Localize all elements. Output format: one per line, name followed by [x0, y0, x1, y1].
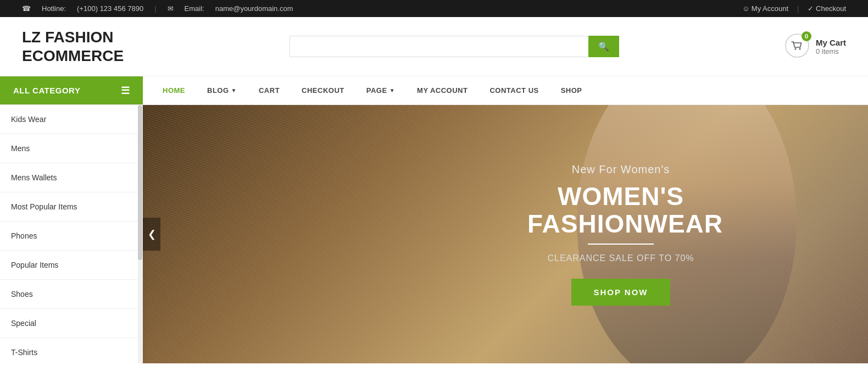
hero-title-underline — [588, 244, 654, 245]
category-tshirts[interactable]: T-Shirts — [0, 338, 142, 363]
divider: | — [154, 4, 156, 13]
divider2: | — [797, 4, 799, 13]
category-special[interactable]: Special — [0, 309, 142, 338]
hotline-number: (+100) 123 456 7890 — [77, 4, 143, 13]
nav-contact-us[interactable]: CONTACT US — [481, 76, 547, 104]
hero-sale-text: CLEARANCE SALE OFF TO 70% — [527, 253, 714, 263]
hotline-label: Hotline: — [42, 4, 66, 13]
svg-point-2 — [799, 48, 800, 49]
list-item: Mens Wallets — [0, 163, 142, 192]
email-label: Email: — [185, 4, 204, 13]
blog-caret: ▼ — [231, 87, 237, 93]
list-item: Popular Items — [0, 251, 142, 280]
nav-bar: ALL CATEGORY ☰ HOME BLOG ▼ CART CHECKOUT… — [0, 76, 868, 105]
cart-text: My Cart 0 items — [816, 38, 846, 56]
category-mens-wallets[interactable]: Mens Wallets — [0, 163, 142, 192]
check-icon: ✓ — [808, 4, 814, 13]
user-icon: ☺ — [742, 4, 749, 13]
search-button[interactable]: 🔍 — [588, 36, 619, 57]
nav-links: HOME BLOG ▼ CART CHECKOUT PAGE ▼ MY ACCO… — [143, 76, 868, 104]
cart-badge: 0 — [802, 31, 811, 41]
top-bar-left: ☎ Hotline: (+100) 123 456 7890 | ✉ Email… — [22, 4, 293, 13]
category-dropdown: Kids Wear Mens Mens Wallets Most Popular… — [0, 105, 143, 363]
nav-checkout[interactable]: CHECKOUT — [293, 76, 353, 104]
list-item: Most Popular Items — [0, 192, 142, 222]
svg-point-1 — [794, 48, 796, 49]
nav-blog[interactable]: BLOG ▼ — [198, 76, 246, 104]
email-link[interactable]: name@yourdomain.com — [215, 4, 293, 13]
nav-home[interactable]: HOME — [154, 76, 194, 104]
page-caret: ▼ — [390, 87, 395, 93]
cart-area: 0 My Cart 0 items — [785, 34, 846, 60]
hero-subtitle: New For Women's — [527, 163, 714, 176]
scrollbar-thumb[interactable] — [138, 105, 142, 260]
list-item: Phones — [0, 222, 142, 251]
list-item: T-Shirts — [0, 338, 142, 363]
shop-now-button[interactable]: SHOP NOW — [571, 279, 670, 306]
hamburger-icon: ☰ — [121, 85, 130, 97]
email-icon: ✉ — [168, 4, 174, 13]
all-category-button[interactable]: ALL CATEGORY ☰ — [0, 76, 143, 104]
scrollbar-track — [138, 105, 142, 363]
hero-content: New For Women's WOMEN'S FASHIONWEAR CLEA… — [483, 130, 758, 339]
logo[interactable]: LZ FASHION ECOMMERCE — [22, 28, 124, 65]
search-input[interactable] — [290, 36, 588, 57]
nav-my-account[interactable]: MY ACCOUNT — [408, 76, 476, 104]
category-list: Kids Wear Mens Mens Wallets Most Popular… — [0, 105, 142, 363]
cart-icon-wrap[interactable]: 0 — [785, 34, 809, 60]
cart-count: 0 items — [816, 47, 846, 56]
logo-line1: LZ FASHION — [22, 28, 124, 47]
hero-banner: ❮ New For Women's WOMEN'S FASHIONWEAR CL… — [143, 105, 868, 363]
nav-page[interactable]: PAGE ▼ — [358, 76, 404, 104]
category-shoes[interactable]: Shoes — [0, 280, 142, 308]
hero-title: WOMEN'S FASHIONWEAR — [527, 182, 714, 238]
list-item: Mens — [0, 134, 142, 163]
main-area: Kids Wear Mens Mens Wallets Most Popular… — [0, 105, 868, 363]
list-item: Shoes — [0, 280, 142, 309]
top-bar-right: ☺ My Account | ✓ Checkout — [742, 4, 846, 13]
header: LZ FASHION ECOMMERCE 🔍 0 My Cart 0 items — [0, 17, 868, 76]
my-account-link[interactable]: ☺ My Account — [742, 4, 788, 13]
nav-shop[interactable]: SHOP — [552, 76, 591, 104]
nav-cart[interactable]: CART — [250, 76, 288, 104]
category-phones[interactable]: Phones — [0, 222, 142, 250]
logo-line2: ECOMMERCE — [22, 47, 124, 65]
category-most-popular-items[interactable]: Most Popular Items — [0, 192, 142, 221]
list-item: Special — [0, 309, 142, 338]
checkout-link[interactable]: ✓ Checkout — [808, 4, 846, 13]
category-popular-items[interactable]: Popular Items — [0, 251, 142, 279]
category-mens[interactable]: Mens — [0, 134, 142, 163]
all-category-label: ALL CATEGORY — [13, 86, 80, 95]
search-bar: 🔍 — [290, 36, 619, 57]
cart-label: My Cart — [816, 38, 846, 47]
list-item: Kids Wear — [0, 105, 142, 134]
phone-icon: ☎ — [22, 4, 31, 13]
top-bar: ☎ Hotline: (+100) 123 456 7890 | ✉ Email… — [0, 0, 868, 17]
hero-prev-arrow[interactable]: ❮ — [143, 218, 160, 251]
category-kids-wear[interactable]: Kids Wear — [0, 105, 142, 134]
